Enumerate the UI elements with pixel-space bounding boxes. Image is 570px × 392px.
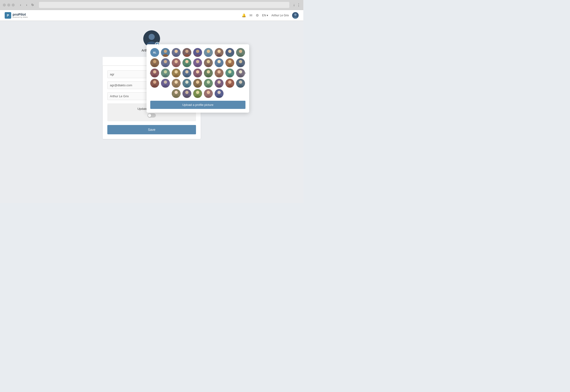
svg-point-19: [207, 50, 210, 53]
app-logo: P proPilot powered by dfakto: [5, 12, 28, 19]
mail-icon[interactable]: ✉: [249, 13, 253, 17]
svg-point-106: [228, 81, 231, 84]
svg-point-79: [228, 70, 231, 73]
browser-chrome: ‹ › ↻ ↓ ⋮: [0, 0, 303, 10]
picker-rows-wrapper: ‹ AL: [150, 48, 245, 98]
language-selector[interactable]: EN ▾: [262, 14, 268, 17]
traffic-light-minimize[interactable]: [7, 3, 10, 7]
svg-point-61: [164, 70, 167, 73]
avatar-option-16[interactable]: [225, 58, 234, 67]
save-button[interactable]: Save: [107, 125, 196, 134]
avatar-option-12[interactable]: [183, 58, 191, 67]
download-icon[interactable]: ↓: [293, 3, 295, 7]
logo-name: proPilot: [13, 13, 28, 16]
avatar-option-25[interactable]: [225, 69, 234, 77]
forward-button[interactable]: ›: [24, 2, 29, 7]
logo-icon: P: [5, 12, 11, 19]
svg-point-94: [185, 81, 188, 84]
avatar-option-31[interactable]: [193, 79, 202, 88]
avatar-option-29[interactable]: [172, 79, 181, 88]
app-header: P proPilot powered by dfakto 🔔 ✉ ⚙ EN ▾ …: [0, 10, 303, 21]
svg-point-64: [174, 70, 178, 73]
svg-point-25: [228, 50, 231, 53]
toggle-wrapper: [111, 113, 192, 118]
avatar-option-35[interactable]: [236, 79, 245, 88]
avatar-picker-modal: ‹ AL: [146, 44, 249, 113]
svg-point-1: [294, 14, 297, 16]
avatar-option-4[interactable]: [193, 48, 202, 57]
settings-icon[interactable]: ⚙: [256, 13, 259, 17]
avatar-option-13[interactable]: [193, 58, 202, 67]
avatar-option-27[interactable]: [150, 79, 159, 88]
avatar-option-7[interactable]: [225, 48, 234, 57]
svg-point-91: [174, 81, 178, 84]
avatar-option-24[interactable]: [215, 69, 224, 77]
avatar-option-14[interactable]: [204, 58, 213, 67]
traffic-lights: [3, 3, 15, 7]
svg-point-76: [217, 70, 221, 73]
picker-nav-right[interactable]: ›: [243, 70, 248, 76]
svg-point-28: [239, 50, 242, 53]
avatar-option-32[interactable]: [204, 79, 213, 88]
avatar-option-8[interactable]: [236, 48, 245, 57]
svg-point-109: [239, 81, 242, 84]
avatar-option-17[interactable]: [236, 58, 245, 67]
avatar-option-2[interactable]: [172, 48, 181, 57]
avatar-option-28[interactable]: [161, 79, 170, 88]
address-bar[interactable]: [39, 2, 289, 8]
svg-point-88: [164, 81, 167, 84]
avatar-option-38[interactable]: [193, 89, 202, 98]
avatar-option-15[interactable]: [215, 58, 224, 67]
avatar-option-37[interactable]: [183, 89, 191, 98]
avatar-option-33[interactable]: [215, 79, 224, 88]
avatar-option-39[interactable]: [204, 89, 213, 98]
svg-point-10: [174, 50, 178, 53]
svg-point-70: [196, 70, 199, 73]
svg-point-124: [217, 91, 221, 94]
browser-actions: ↓ ⋮: [293, 3, 300, 7]
avatar-option-40[interactable]: [215, 89, 224, 98]
svg-point-82: [239, 70, 242, 73]
refresh-button[interactable]: ↻: [30, 2, 35, 7]
svg-point-34: [164, 60, 167, 63]
logo-text: proPilot powered by dfakto: [13, 13, 28, 18]
header-user-name: Arthur Le Grix: [271, 14, 289, 17]
avatar-option-3[interactable]: [183, 48, 191, 57]
avatar-grid: AL: [150, 48, 245, 98]
upload-profile-picture-button[interactable]: Upload a profile picture: [150, 101, 245, 109]
traffic-light-maximize[interactable]: [12, 3, 15, 7]
svg-point-4: [149, 34, 155, 40]
svg-point-100: [207, 81, 210, 84]
avatar-option-5[interactable]: [204, 48, 213, 57]
nav-buttons: ‹ › ↻: [18, 2, 35, 7]
avatar-option-19[interactable]: [161, 69, 170, 77]
svg-point-121: [207, 91, 210, 94]
browser-menu-icon[interactable]: ⋮: [297, 3, 300, 7]
avatar-option-23[interactable]: [204, 69, 213, 77]
notification-icon[interactable]: 🔔: [242, 13, 246, 17]
avatar-option-10[interactable]: [161, 58, 170, 67]
svg-point-40: [185, 60, 188, 63]
header-user-avatar[interactable]: [292, 12, 299, 19]
svg-point-37: [174, 60, 178, 63]
picker-nav-left[interactable]: ‹: [147, 70, 153, 76]
avatar-option-11[interactable]: [172, 58, 181, 67]
svg-point-115: [185, 91, 188, 94]
avatar-option-6[interactable]: [215, 48, 224, 57]
svg-point-13: [185, 50, 188, 53]
svg-point-46: [207, 60, 210, 63]
avatar-option-36[interactable]: [172, 89, 181, 98]
back-button[interactable]: ‹: [18, 2, 23, 7]
main-content: Arthur Le Grix Profile Update my passwor…: [0, 21, 303, 203]
svg-point-118: [196, 91, 199, 94]
avatar-option-30[interactable]: [183, 79, 191, 88]
avatar-option-initials[interactable]: AL: [150, 48, 159, 57]
avatar-option-1[interactable]: [161, 48, 170, 57]
password-toggle[interactable]: [147, 113, 156, 118]
avatar-option-34[interactable]: [225, 79, 234, 88]
avatar-option-20[interactable]: [172, 69, 181, 77]
avatar-option-9[interactable]: [150, 58, 159, 67]
avatar-option-21[interactable]: [183, 69, 191, 77]
avatar-option-22[interactable]: [193, 69, 202, 77]
traffic-light-close[interactable]: [3, 3, 6, 7]
